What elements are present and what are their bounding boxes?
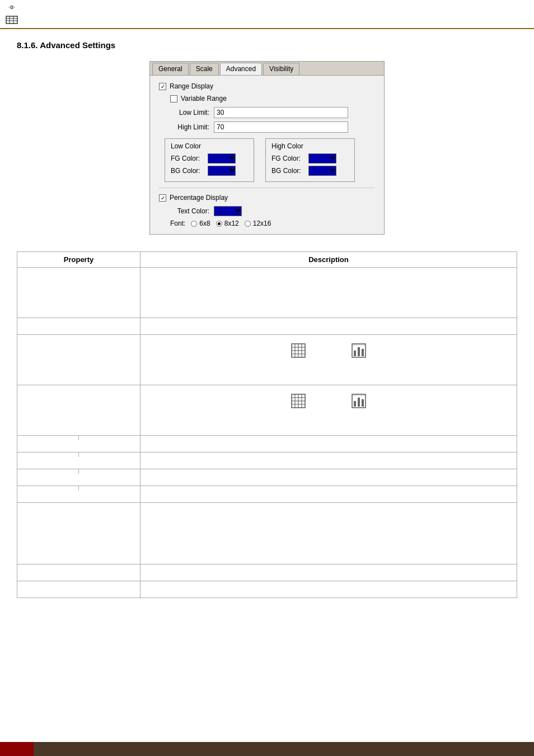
- dialog-tabs: General Scale Advanced Visibility: [150, 62, 384, 76]
- table-row: [17, 581, 517, 598]
- desc-cell: [140, 436, 517, 452]
- desc-cell: [140, 469, 517, 486]
- nested-left: [17, 469, 79, 474]
- range-display-row: Range Display: [159, 82, 375, 90]
- low-color-title: Low Color: [171, 142, 248, 150]
- percentage-display-checkbox[interactable]: [159, 194, 166, 202]
- high-color-title: High Color: [271, 142, 349, 150]
- low-bg-label: BG Color:: [171, 167, 204, 175]
- variable-range-label: Variable Range: [181, 95, 227, 102]
- text-color-picker[interactable]: [214, 206, 242, 216]
- high-fg-picker[interactable]: [308, 153, 336, 164]
- tab-scale[interactable]: Scale: [190, 63, 219, 75]
- font-8x12-group: 8x12: [216, 220, 239, 227]
- svg-rect-15: [358, 347, 360, 356]
- table-grid-icon-1: [291, 343, 306, 360]
- high-fg-row: FG Color:: [271, 153, 349, 164]
- nested-right: [79, 486, 140, 491]
- svg-rect-16: [362, 349, 364, 356]
- tab-general[interactable]: General: [152, 63, 189, 75]
- percentage-display-label: Percentage Display: [170, 194, 228, 202]
- bottom-indicator: [0, 742, 34, 756]
- description-header: Description: [140, 252, 517, 268]
- range-display-label: Range Display: [170, 82, 213, 90]
- table-row: [17, 385, 517, 436]
- dialog-body: Range Display Variable Range Low Limit: …: [150, 76, 384, 234]
- high-limit-row: High Limit:: [170, 122, 375, 133]
- nested-left: [17, 436, 79, 440]
- svg-rect-27: [358, 398, 360, 407]
- nested-prop-container: [17, 469, 140, 474]
- tab-advanced[interactable]: Advanced: [220, 63, 262, 75]
- icon-pair-1: [145, 337, 512, 366]
- range-display-checkbox[interactable]: [159, 83, 166, 90]
- prop-cell: [17, 564, 140, 581]
- percentage-display-row: Percentage Display: [159, 194, 375, 202]
- separator: [159, 188, 375, 188]
- prop-cell: [17, 581, 140, 598]
- low-fg-picker[interactable]: [208, 153, 236, 164]
- high-bg-label: BG Color:: [271, 167, 305, 175]
- desc-cell: [140, 503, 517, 564]
- desc-cell: [140, 581, 517, 598]
- main-content: 8.1.6. Advanced Settings General Scale A…: [0, 29, 534, 609]
- top-bar: [0, 0, 534, 29]
- text-color-row: Text Color:: [170, 206, 375, 216]
- desc-cell-icons: [140, 335, 517, 385]
- low-bg-arrow: [229, 169, 235, 172]
- dialog-box: General Scale Advanced Visibility Range …: [149, 61, 385, 235]
- font-12x16-group: 12x16: [245, 220, 271, 227]
- svg-rect-28: [362, 399, 364, 407]
- nested-prop-container: [17, 452, 140, 457]
- nested-right: [79, 436, 140, 440]
- font-12x16-label: 12x16: [253, 220, 271, 227]
- prop-cell: [17, 318, 140, 335]
- low-color-group: Low Color FG Color: BG Color:: [165, 138, 254, 182]
- nested-prop-container: [17, 486, 140, 491]
- font-8x12-label: 8x12: [224, 220, 239, 227]
- prop-cell: [17, 335, 140, 385]
- low-fg-label: FG Color:: [171, 155, 204, 162]
- font-6x8-radio[interactable]: [191, 221, 197, 227]
- high-bg-picker[interactable]: [308, 166, 336, 176]
- bottom-bar: [0, 742, 534, 756]
- desc-cell: [140, 318, 517, 335]
- variable-range-checkbox[interactable]: [170, 95, 177, 102]
- desc-cell-icons-2: [140, 385, 517, 436]
- desc-cell: [140, 564, 517, 581]
- font-row: Font: 6x8 8x12 12x16: [170, 220, 375, 227]
- table-row-nested: [17, 469, 517, 486]
- table-row: [17, 503, 517, 564]
- desc-cell: [140, 268, 517, 318]
- low-fg-row: FG Color:: [171, 153, 248, 164]
- desc-cell: [140, 452, 517, 469]
- desc-cell: [140, 486, 517, 503]
- font-6x8-label: 6x8: [199, 220, 210, 227]
- grid-icon: [6, 14, 18, 24]
- font-6x8-group: 6x8: [191, 220, 210, 227]
- table-row: [17, 564, 517, 581]
- svg-rect-29: [352, 394, 366, 396]
- nested-left: [17, 486, 79, 491]
- low-limit-input[interactable]: [214, 107, 348, 118]
- nested-right: [79, 469, 140, 474]
- low-bg-row: BG Color:: [171, 166, 248, 176]
- svg-rect-26: [354, 401, 356, 407]
- table-chart-icon-1: [351, 343, 367, 360]
- high-bg-row: BG Color:: [271, 166, 349, 176]
- low-fg-arrow: [229, 157, 235, 160]
- svg-rect-17: [352, 344, 366, 346]
- low-bg-picker[interactable]: [208, 166, 236, 176]
- font-12x16-radio[interactable]: [245, 221, 251, 227]
- prop-nested-cell: [17, 469, 140, 486]
- property-header: Property: [17, 252, 140, 268]
- app-icon: [6, 4, 26, 24]
- svg-rect-1: [6, 16, 17, 24]
- table-row: [17, 335, 517, 385]
- tab-visibility[interactable]: Visibility: [263, 63, 299, 75]
- high-fg-arrow: [330, 157, 335, 160]
- prop-cell: [17, 503, 140, 564]
- nested-prop-container: [17, 436, 140, 440]
- font-8x12-radio[interactable]: [216, 221, 222, 227]
- high-limit-input[interactable]: [214, 122, 348, 133]
